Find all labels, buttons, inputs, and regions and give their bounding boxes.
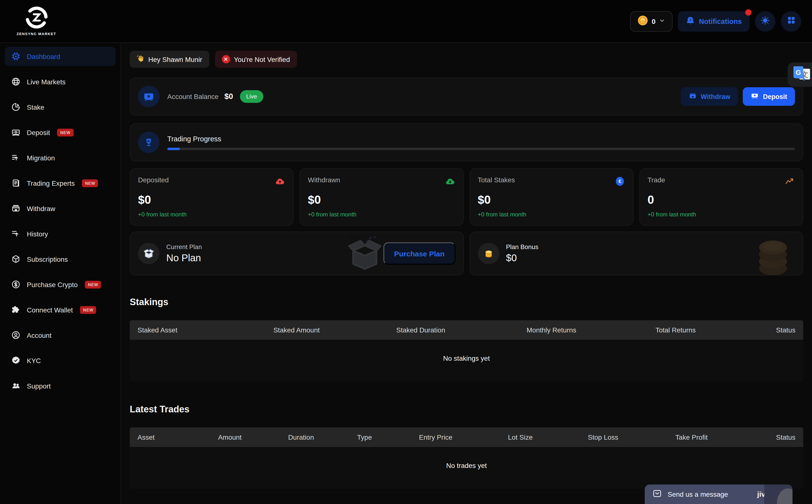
cloud-upload-icon [275, 176, 285, 189]
list-up-icon [11, 153, 20, 162]
wallet-icon [689, 92, 697, 101]
new-badge: NEW [85, 281, 101, 288]
stat-delta: +0 from last month [648, 211, 795, 218]
stat-delta: +0 from last month [308, 211, 456, 218]
envelope-icon [653, 489, 662, 500]
sidebar-item-label: KYC [27, 357, 41, 364]
sidebar-item-live-markets[interactable]: Live Markets [5, 72, 116, 91]
balance-banknote-icon [138, 86, 159, 107]
trend-up-icon [784, 176, 795, 189]
wallet-icon [11, 204, 20, 213]
notifications-label: Notifications [699, 17, 742, 25]
topbar: ZENSYNC MARKET 0 [0, 0, 812, 43]
deposit-button[interactable]: Deposit [743, 87, 795, 106]
sidebar-item-trading-experts[interactable]: Trading Experts NEW [5, 174, 116, 193]
coins-icon [478, 243, 499, 264]
sidebar-item-label: Deposit [27, 128, 50, 136]
sidebar-item-purchase-crypto[interactable]: Purchase Crypto NEW [5, 275, 116, 294]
stat-value: $0 [478, 193, 625, 207]
banknote-icon [751, 92, 759, 101]
trophy-icon [138, 132, 159, 153]
notifications-button[interactable]: Z Notifications [678, 11, 750, 31]
svg-text:G: G [796, 69, 801, 76]
brand-logo[interactable]: ZENSYNC MARKET [11, 6, 56, 36]
people-icon [11, 381, 20, 390]
verification-chip[interactable]: ✕ You're Not Verified [215, 51, 297, 68]
stat-card-total-stakes: Total Stakes € $0 +0 from last month [470, 168, 634, 226]
column-header: Asset [137, 433, 195, 441]
history-list-icon [11, 229, 20, 238]
svg-text:Z: Z [689, 18, 691, 21]
zensync-logo-icon [25, 6, 48, 31]
jivochat-widget[interactable]: Send us a message jivochat [645, 485, 793, 504]
grid-icon [786, 16, 796, 27]
current-plan-label: Current Plan [166, 243, 202, 251]
latest-trades-title: Latest Trades [130, 404, 803, 415]
theme-toggle-button[interactable] [755, 11, 775, 31]
balance-label: Account Balance [167, 93, 218, 100]
sidebar-item-migration[interactable]: Migration [5, 148, 116, 167]
stakings-section: Stakings Staked Asset Staked Amount Stak… [130, 297, 803, 382]
sidebar-item-history[interactable]: History [5, 224, 116, 243]
sidebar-item-label: Dashboard [27, 52, 60, 60]
balance-value: $0 [224, 92, 233, 101]
stat-delta: +0 from last month [478, 211, 625, 218]
sidebar-item-subscriptions[interactable]: Subscriptions [5, 250, 116, 269]
sidebar-item-dashboard[interactable]: Dashboard [5, 47, 116, 66]
column-header: Staked Asset [137, 326, 238, 334]
stat-label: Total Stakes [478, 176, 515, 184]
current-plan-value: No Plan [166, 252, 202, 264]
sidebar-item-withdraw[interactable]: Withdraw [5, 199, 116, 218]
column-header: Status [734, 326, 795, 334]
sidebar-item-stake[interactable]: Stake [5, 97, 116, 116]
stat-label: Trade [648, 176, 665, 184]
svg-text:€: € [618, 179, 621, 184]
sidebar-item-label: History [27, 230, 48, 238]
sidebar-item-label: Connect Wallet [27, 306, 73, 314]
sidebar-item-label: Stake [27, 103, 44, 111]
sidebar-item-label: Withdraw [27, 204, 55, 212]
app-root: ZENSYNC MARKET 0 [0, 0, 812, 504]
verified-badge-icon [11, 356, 20, 365]
balance-actions: Withdraw Deposit [681, 87, 795, 106]
plan-bonus-value: $0 [506, 252, 539, 264]
sun-icon [760, 15, 770, 27]
sidebar-item-support[interactable]: Support [5, 376, 116, 395]
euro-coin-icon: € [615, 176, 625, 189]
stat-card-trade: Trade 0 +0 from last month [639, 168, 803, 226]
greeting-chip: Hey Shawn Munir [130, 51, 209, 68]
purchase-plan-button[interactable]: Purchase Plan [383, 242, 455, 265]
sidebar-item-label: Live Markets [27, 78, 66, 86]
coins-ghost-illustration [752, 232, 794, 275]
currency-selector[interactable]: 0 [630, 11, 673, 31]
cpu-icon [11, 52, 20, 61]
sidebar-item-account[interactable]: Account [5, 326, 116, 345]
column-header: Take Profit [646, 433, 738, 441]
dollar-circle-icon [11, 280, 20, 289]
plan-row: Current Plan No Plan Purchase Plan [130, 232, 803, 275]
banknote-icon [11, 128, 20, 137]
stakings-table: Staked Asset Staked Amount Staked Durati… [130, 320, 803, 382]
open-box-ghost-illustration [345, 234, 385, 275]
column-header: Lot Size [480, 433, 561, 441]
coin-icon [638, 15, 648, 28]
stakings-table-header: Staked Asset Staked Amount Staked Durati… [130, 320, 803, 340]
latest-trades-section: Latest Trades Asset Amount Duration Type… [130, 404, 803, 489]
sidebar-item-deposit[interactable]: Deposit NEW [5, 123, 116, 142]
stat-value: 0 [648, 193, 795, 207]
sidebar-item-connect-wallet[interactable]: Connect Wallet NEW [5, 300, 116, 319]
sidebar-item-kyc[interactable]: KYC [5, 351, 116, 370]
account-balance-card: Account Balance $0 Live Withdraw Dep [130, 78, 803, 116]
google-translate-button[interactable]: 文 G [788, 62, 812, 87]
apps-grid-button[interactable] [781, 11, 801, 31]
trades-table-header: Asset Amount Duration Type Entry Price L… [130, 427, 803, 447]
verification-text: You're Not Verified [234, 55, 290, 63]
trading-progress-card: Trading Progress [130, 123, 803, 161]
new-badge: NEW [57, 128, 73, 136]
open-box-icon [138, 243, 159, 264]
live-badge: Live [240, 90, 263, 103]
deposit-label: Deposit [763, 93, 787, 100]
withdraw-button[interactable]: Withdraw [681, 87, 738, 106]
column-header: Duration [264, 433, 338, 441]
stat-card-deposited: Deposited $0 +0 from last month [130, 168, 294, 226]
